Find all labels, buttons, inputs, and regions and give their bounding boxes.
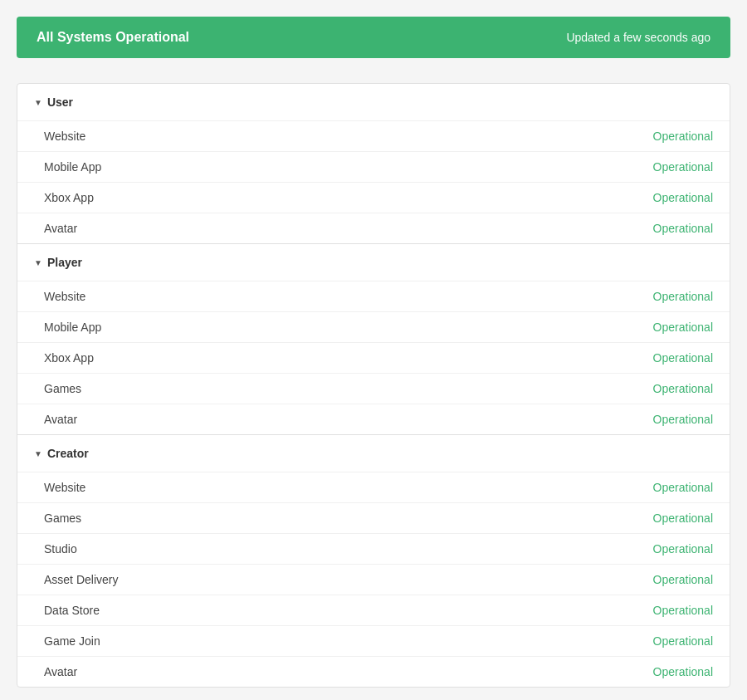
table-row: WebsiteOperational [17,120,730,151]
service-status: Operational [653,191,713,204]
page-wrapper: All Systems Operational Updated a few se… [0,0,747,700]
service-name: Avatar [44,665,77,678]
table-row: Mobile AppOperational [17,151,730,182]
table-row: WebsiteOperational [17,281,730,311]
table-row: GamesOperational [17,502,730,533]
group-header-creator[interactable]: ▼Creator [17,435,730,472]
service-status: Operational [653,160,713,174]
table-row: GamesOperational [17,373,730,404]
table-row: Xbox AppOperational [17,342,730,373]
service-status: Operational [653,665,713,678]
table-row: Asset DeliveryOperational [17,564,730,595]
service-name: Games [44,382,81,395]
service-name: Mobile App [44,160,101,174]
table-row: AvatarOperational [17,213,730,243]
table-row: StudioOperational [17,533,730,564]
service-name: Website [44,290,85,303]
service-name: Avatar [44,222,77,235]
group-user: ▼UserWebsiteOperationalMobile AppOperati… [17,84,730,244]
service-name: Website [44,130,85,143]
service-name: Xbox App [44,191,94,204]
service-status: Operational [653,573,713,586]
group-creator: ▼CreatorWebsiteOperationalGamesOperation… [17,435,730,687]
service-status: Operational [653,351,713,365]
service-name: Studio [44,542,77,556]
status-banner-updated: Updated a few seconds ago [566,31,710,44]
service-status: Operational [653,542,713,556]
chevron-down-icon: ▼ [34,449,42,458]
group-items-user: WebsiteOperationalMobile AppOperationalX… [17,120,730,243]
service-name: Mobile App [44,321,101,334]
service-status: Operational [653,321,713,334]
table-row: AvatarOperational [17,404,730,434]
service-name: Avatar [44,413,77,426]
service-name: Asset Delivery [44,573,118,586]
service-status: Operational [653,130,713,143]
service-name: Xbox App [44,351,94,365]
chevron-down-icon: ▼ [34,258,42,267]
service-name: Website [44,481,85,494]
group-label: User [47,95,73,109]
table-row: Mobile AppOperational [17,311,730,342]
service-status: Operational [653,512,713,525]
chevron-down-icon: ▼ [34,98,42,107]
service-name: Game Join [44,634,100,648]
group-label: Creator [47,447,89,460]
service-status: Operational [653,413,713,426]
table-row: Xbox AppOperational [17,182,730,213]
service-status: Operational [653,290,713,303]
group-header-player[interactable]: ▼Player [17,244,730,281]
group-label: Player [47,256,82,269]
group-player: ▼PlayerWebsiteOperationalMobile AppOpera… [17,244,730,435]
group-items-player: WebsiteOperationalMobile AppOperationalX… [17,281,730,434]
table-row: WebsiteOperational [17,472,730,502]
service-status: Operational [653,604,713,617]
systems-container: ▼UserWebsiteOperationalMobile AppOperati… [17,83,730,688]
service-name: Data Store [44,604,100,617]
table-row: Data StoreOperational [17,595,730,625]
status-banner: All Systems Operational Updated a few se… [17,17,730,58]
table-row: AvatarOperational [17,656,730,687]
table-row: Game JoinOperational [17,625,730,656]
group-items-creator: WebsiteOperationalGamesOperationalStudio… [17,472,730,687]
service-status: Operational [653,481,713,494]
group-header-user[interactable]: ▼User [17,84,730,120]
service-name: Games [44,512,81,525]
service-status: Operational [653,222,713,235]
service-status: Operational [653,382,713,395]
status-banner-title: All Systems Operational [37,30,189,45]
service-status: Operational [653,634,713,648]
